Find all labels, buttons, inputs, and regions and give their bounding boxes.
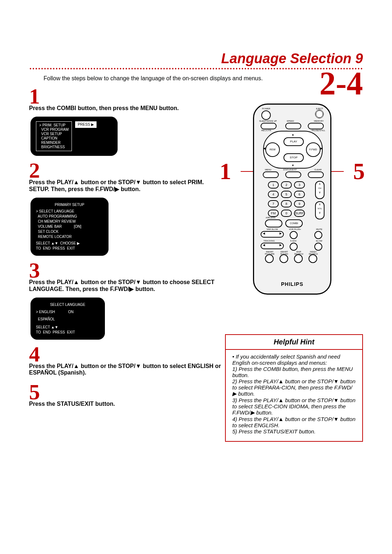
clear-button[interactable] (308, 171, 324, 178)
num-4[interactable]: 4 (268, 191, 279, 198)
num-8[interactable]: 8 (281, 200, 292, 207)
ffwd-button[interactable]: F.FWD (306, 142, 320, 157)
down-icon: ▼ (291, 164, 294, 167)
smart-sound-label: SMART SOUND (277, 251, 291, 255)
power-label: POWER (262, 108, 270, 110)
num-3[interactable]: 3 (294, 181, 305, 189)
volume-rocker[interactable]: ∧ VOL ∨ (315, 201, 324, 219)
arless-button[interactable] (265, 219, 282, 227)
step-4-number: 4 (29, 343, 221, 365)
osd1-press: PRESS ▶ (75, 121, 97, 128)
page-title: Language Selection 9 (29, 51, 363, 66)
steps-column: 1 Press the COMBI button, then press the… (29, 85, 221, 407)
memory-label: MEMORY (314, 120, 324, 122)
left-icon: ◀ (263, 147, 265, 150)
smart-sound-button[interactable] (279, 254, 288, 263)
clear-label: CLEAR (314, 169, 322, 171)
surf-button[interactable]: SURF (294, 210, 305, 217)
callout-1: 1 (220, 158, 231, 185)
num-1[interactable]: 1 (268, 181, 279, 189)
smart-picture-button[interactable] (265, 254, 274, 263)
step-4-text: Press the PLAY/▲ button or the STOP/▼ bu… (29, 363, 221, 376)
varslow-label: VAR.SLOW (261, 228, 283, 230)
index-search-button[interactable] (309, 254, 317, 263)
right-column: 2-4 1 5 POWER EJECT SLEEP/WAKE UP SPEED … (221, 67, 363, 295)
play-button[interactable]: PLAY (283, 137, 304, 146)
index-search-label: INDEX SEARCH (306, 251, 320, 255)
num-9[interactable]: 9 (294, 200, 305, 207)
pause-label: PAUSE/STILL (311, 129, 325, 132)
step-5-text: Press the STATUS/EXIT button. (29, 401, 221, 407)
skip-search-label: SKIP SEARCH (292, 251, 306, 255)
num-6[interactable]: 6 (294, 191, 305, 198)
manual-page: Language Selection 9 Follow the steps be… (0, 0, 392, 554)
up-icon: ▲ (291, 133, 294, 136)
vcrplus-button[interactable] (290, 231, 298, 239)
power-button[interactable] (261, 110, 271, 120)
osd2-header: PRIMARY SETUP (36, 202, 103, 207)
skip-search-button[interactable] (294, 254, 303, 263)
menu-button[interactable] (263, 171, 279, 178)
recotr-label: REC/OTR (261, 129, 271, 132)
sleep-label: SLEEP/WAKE UP (259, 120, 277, 122)
helpful-hint-box: Helpful Hint • If you accidentally selec… (225, 334, 363, 442)
rew-button[interactable]: REW (265, 142, 280, 157)
num-7[interactable]: 7 (268, 200, 279, 207)
tracking-label: TRACKING (264, 240, 275, 242)
range-number: 2-4 (221, 67, 363, 100)
num-5[interactable]: 5 (281, 191, 292, 198)
step-1-text: Press the COMBI button, then press the M… (29, 105, 221, 112)
mute-label: MUTE (316, 228, 322, 230)
fadv-label: F.ADV (290, 240, 297, 242)
step-3-text: Press the PLAY/▲ button or the STOP/▼ bu… (29, 279, 221, 292)
varslow-button[interactable]: ◀▶ (261, 231, 284, 238)
fm-button[interactable]: FM (268, 210, 279, 217)
status-exit-button[interactable] (285, 171, 301, 178)
status-label: STATUS/EXIT (283, 169, 297, 171)
num-2[interactable]: 2 (281, 181, 292, 189)
slow-button[interactable] (314, 243, 322, 251)
slow-label: SLOW (316, 240, 322, 242)
remote-body: POWER EJECT SLEEP/WAKE UP SPEED MEMORY R… (253, 104, 331, 295)
vcrplus-label: VCR PLUS+ (289, 228, 301, 230)
step-2-text: Press the PLAY/▲ button or the STOP/▼ bu… (29, 179, 221, 193)
smart-picture-label: SMART PICTURE (263, 251, 277, 255)
step-1-number: 1 (29, 85, 221, 107)
fadv-button[interactable] (290, 243, 298, 251)
osd-screen-1: > PRIM. SETUP VCR PROGRAM VCR SETUP CAPT… (30, 117, 118, 156)
menu-label: MENU (265, 169, 271, 171)
brand-label: PHILIPS (254, 281, 330, 287)
channel-rocker[interactable]: ∧ CH ∨ (315, 181, 324, 199)
speed-button[interactable] (285, 123, 301, 129)
hint-title: Helpful Hint (226, 335, 362, 350)
sleep-button[interactable] (261, 123, 277, 129)
transport-ring: PLAY STOP REW F.FWD ▲ ▼ ◀ ▶ (263, 131, 323, 169)
combi-button[interactable]: COMBI (285, 219, 303, 227)
osd1-menu: > PRIM. SETUP VCR PROGRAM VCR SETUP CAPT… (36, 121, 72, 151)
num-0[interactable]: 0 (281, 210, 292, 217)
remote-illustration: 1 5 POWER EJECT SLEEP/WAKE UP SPEED MEMO… (245, 104, 339, 295)
mute-button[interactable] (314, 231, 322, 239)
speed-label: SPEED (287, 120, 294, 122)
arless-label: A/B/LESS (266, 217, 275, 219)
osd3-header: SELECT LANGUAGE (36, 302, 99, 307)
step-5-number: 5 (29, 381, 221, 403)
right-icon: ▶ (320, 147, 323, 150)
callout-5: 5 (353, 158, 365, 185)
step-3-number: 3 (29, 259, 221, 281)
osd-screen-2: PRIMARY SETUP > SELECT LANGUAGE AUTO PRO… (30, 198, 109, 256)
step-2-number: 2 (29, 159, 221, 181)
memory-button[interactable] (308, 123, 324, 129)
eject-button[interactable] (315, 110, 324, 118)
hint-body: • If you accidentally select Spanish and… (232, 353, 356, 434)
stop-button[interactable]: STOP (283, 153, 304, 162)
tracking-button[interactable]: ◀▶ (261, 243, 284, 249)
number-pad: 123 456 789 FM0SURF (267, 180, 306, 218)
osd-screen-3: SELECT LANGUAGE > ENGLISH ON ESPAÑOL SEL… (30, 298, 105, 340)
